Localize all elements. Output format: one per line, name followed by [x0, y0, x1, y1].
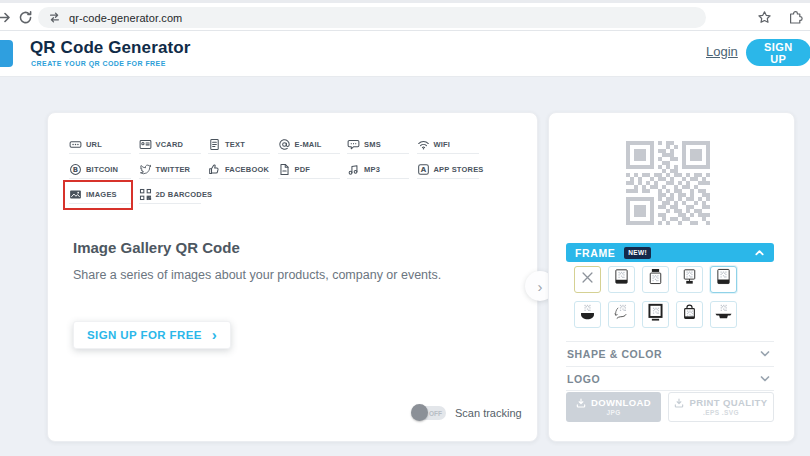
site-settings-icon[interactable]: [48, 11, 61, 24]
frame-option-frame-stand[interactable]: [676, 266, 703, 293]
frame-card-icon: [713, 267, 734, 292]
logo-section[interactable]: LOGO: [566, 366, 774, 391]
frame-label-bottom-icon: [611, 267, 632, 292]
tab-label: 2D BARCODES: [156, 190, 213, 199]
scan-tracking-label: Scan tracking: [455, 407, 522, 419]
bookmark-star-icon[interactable]: [757, 10, 772, 25]
print-quality-label: PRINT QUALITY: [689, 398, 767, 409]
frame-title: FRAME: [575, 247, 615, 259]
tab-2d-barcodes[interactable]: 2D BARCODES: [139, 185, 201, 204]
qr-preview-panel: FRAME NEW! SHAPE & COLOR LOGO DOWNLOAD J…: [548, 112, 795, 442]
tab-e-mail[interactable]: E-MAIL: [278, 135, 340, 154]
frame-label-top-icon: [645, 267, 666, 292]
frame-bag-icon: [679, 302, 700, 327]
pdf-icon: [278, 163, 291, 176]
tab-label: WIFI: [434, 140, 451, 149]
frame-border-icon: [645, 302, 666, 327]
text-icon: [208, 138, 221, 151]
new-badge: NEW!: [624, 247, 651, 259]
tab-twitter[interactable]: TWITTER: [139, 160, 201, 179]
url-icon: [69, 138, 82, 151]
url-text[interactable]: qr-code-generator.com: [69, 12, 182, 24]
facebook-icon: [208, 163, 221, 176]
logo-label: LOGO: [567, 373, 600, 385]
address-bar[interactable]: qr-code-generator.com: [38, 7, 706, 28]
tab-label: FACEBOOK: [225, 165, 269, 174]
download-format: JPG: [606, 409, 620, 416]
chevron-up-icon[interactable]: [754, 247, 765, 258]
tab-label: BITCOIN: [86, 165, 118, 174]
download-button[interactable]: DOWNLOAD JPG: [566, 392, 661, 422]
browser-toolbar: qr-code-generator.com: [0, 0, 810, 31]
tab-label: PDF: [295, 165, 311, 174]
email-icon: [278, 138, 291, 151]
frame-section-header[interactable]: FRAME NEW!: [566, 243, 774, 262]
tab-bitcoin[interactable]: BBITCOIN: [69, 160, 131, 179]
frame-option-frame-label-top[interactable]: [642, 266, 669, 293]
download-button-row: DOWNLOAD JPG PRINT QUALITY .EPS .SVG: [566, 392, 774, 422]
vcard-icon: [139, 138, 152, 151]
tab-vcard[interactable]: VCARD: [139, 135, 201, 154]
forward-icon[interactable]: [0, 10, 11, 25]
page-title: Image Gallery QR Code: [73, 239, 240, 256]
frame-option-frame-card[interactable]: [710, 266, 737, 293]
screenshot-root: qr-code-generator.com QR Code Generator …: [0, 0, 810, 456]
toggle-knob[interactable]: [411, 404, 428, 421]
frame-option-frame-border[interactable]: [642, 301, 669, 328]
frame-option-frame-bag[interactable]: [676, 301, 703, 328]
tab-label: IMAGES: [86, 190, 117, 199]
chevron-down-icon[interactable]: [759, 348, 771, 360]
frame-option-frame-tray[interactable]: [710, 301, 737, 328]
tab-wifi[interactable]: WIFI: [417, 135, 479, 154]
extensions-icon[interactable]: [788, 10, 803, 25]
shape-color-label: SHAPE & COLOR: [567, 348, 662, 360]
tab-label: SMS: [364, 140, 381, 149]
frame-stand-icon: [679, 267, 700, 292]
logo-title[interactable]: QR Code Generator: [30, 38, 190, 58]
sign-up-for-free-button[interactable]: SIGN UP FOR FREE ›: [73, 321, 231, 349]
sms-icon: [347, 138, 360, 151]
tab-app-stores[interactable]: AAPP STORES: [417, 160, 479, 179]
logo-tagline: CREATE YOUR QR CODE FOR FREE: [31, 60, 166, 67]
signup-button[interactable]: SIGN UP: [746, 39, 810, 66]
download-label: DOWNLOAD: [591, 398, 651, 409]
frame-handwritten-icon: [611, 302, 632, 327]
tab-facebook[interactable]: FACEBOOK: [208, 160, 270, 179]
images-icon: [69, 188, 82, 201]
qr-type-card: URLVCARDTEXTE-MAILSMSWIFIBBITCOINTWITTER…: [47, 112, 538, 442]
tab-text[interactable]: TEXT: [208, 135, 270, 154]
tab-sms[interactable]: SMS: [347, 135, 409, 154]
frame-option-frame-handwritten[interactable]: [608, 301, 635, 328]
download-icon: [576, 398, 586, 408]
login-link[interactable]: Login: [706, 44, 738, 59]
tab-url[interactable]: URL: [69, 135, 131, 154]
scan-tracking-toggle[interactable]: OFF: [413, 406, 446, 420]
chevron-down-icon[interactable]: [759, 373, 771, 385]
frame-option-frame-label-bottom[interactable]: [608, 266, 635, 293]
tab-pdf[interactable]: PDF: [278, 160, 340, 179]
tab-images[interactable]: IMAGES: [69, 185, 131, 204]
frame-tray-icon: [713, 302, 734, 327]
reload-icon[interactable]: [18, 10, 33, 25]
tab-label: MP3: [364, 165, 380, 174]
logo-icon: [0, 40, 13, 67]
mp3-icon: [347, 163, 360, 176]
qr-code-preview: [626, 141, 710, 225]
twitter-icon: [139, 163, 152, 176]
frame-tile-grid: [574, 266, 746, 328]
print-quality-button[interactable]: PRINT QUALITY .EPS .SVG: [668, 392, 774, 422]
toggle-state-label: OFF: [429, 410, 442, 417]
frame-cup-icon: [577, 302, 598, 327]
tab-mp3[interactable]: MP3: [347, 160, 409, 179]
tab-label: APP STORES: [434, 165, 484, 174]
cta-label: SIGN UP FOR FREE: [87, 329, 202, 341]
tab-grid: URLVCARDTEXTE-MAILSMSWIFIBBITCOINTWITTER…: [69, 135, 486, 210]
tab-label: VCARD: [156, 140, 184, 149]
shape-color-section[interactable]: SHAPE & COLOR: [566, 341, 774, 366]
svg-text:A: A: [420, 166, 426, 174]
bitcoin-icon: B: [69, 163, 82, 176]
tab-label: TWITTER: [156, 165, 191, 174]
chevron-right-icon: ›: [212, 327, 217, 342]
frame-option-frame-cup[interactable]: [574, 301, 601, 328]
frame-option-no-frame[interactable]: [574, 266, 601, 293]
